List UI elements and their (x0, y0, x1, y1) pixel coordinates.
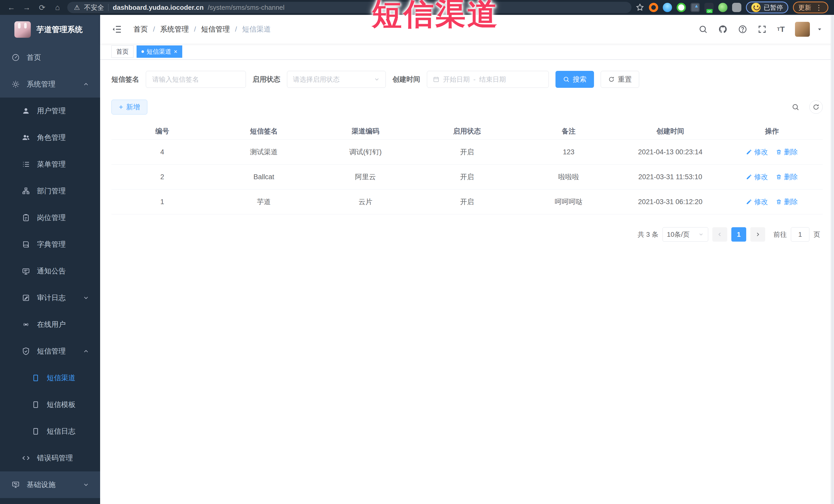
trash-icon (776, 199, 782, 205)
sidebar-item-positions[interactable]: 岗位管理 (0, 204, 100, 231)
edit-link[interactable]: 修改 (746, 197, 768, 206)
font-size-icon[interactable]: TT (777, 25, 785, 34)
sidebar-item-label: 角色管理 (37, 133, 66, 143)
profile-chip[interactable]: 已暂停 (746, 2, 788, 13)
chevron-down-icon[interactable] (816, 26, 823, 32)
data-table: 编号 短信签名 渠道编码 启用状态 备注 创建时间 操作 4 测试渠道 调试(钉… (111, 123, 823, 214)
sidebar: 芋道管理系统 首页 系统管理 用户管理 角色管理 菜单管理 (0, 15, 100, 504)
help-icon[interactable] (738, 25, 747, 34)
sidebar-item-audit-log[interactable]: 审计日志 (0, 284, 100, 311)
avatar[interactable] (795, 22, 810, 37)
gear-icon (11, 80, 20, 89)
delete-link[interactable]: 删除 (776, 197, 798, 206)
sidebar-item-label: 短信日志 (47, 426, 75, 436)
sidebar-item-label: 字典管理 (37, 240, 66, 249)
infrastructure-icon (11, 480, 20, 489)
sidebar-item-system[interactable]: 系统管理 (0, 71, 100, 97)
start-date-placeholder: 开始日期 (443, 75, 470, 84)
extension-icon-green-ring[interactable] (677, 3, 686, 12)
cell-id: 2 (111, 173, 213, 181)
url-host[interactable]: dashboard.yudao.iocoder.cn (113, 4, 203, 12)
sidebar-item-label: 系统管理 (27, 79, 56, 89)
cell-remark: 123 (518, 148, 619, 156)
more-icon[interactable]: ⋮ (815, 3, 823, 12)
reload-icon[interactable]: ⟳ (37, 2, 48, 13)
extension-icon-dark[interactable]: on (704, 3, 714, 12)
table-row: 1 芋道 云片 开启 呵呵呵哒 2021-03-31 06:12:20 修改 删… (111, 190, 823, 214)
back-icon[interactable]: ← (6, 2, 17, 13)
prev-page-button[interactable] (712, 227, 727, 242)
update-button[interactable]: 更新 ⋮ (793, 2, 828, 13)
tab-label: 短信渠道 (147, 47, 171, 56)
date-range-picker[interactable]: 开始日期 - 结束日期 (427, 71, 549, 88)
search-button[interactable]: 搜索 (555, 71, 594, 88)
toggle-search-icon[interactable] (789, 101, 802, 114)
main-area: 首页 / 系统管理 / 短信管理 / 短信渠道 TT 首页 (100, 15, 834, 504)
status-select[interactable]: 请选择启用状态 (287, 71, 386, 88)
sidebar-item-infrastructure[interactable]: 基础设施 (0, 472, 100, 498)
refresh-table-icon[interactable] (809, 101, 823, 114)
cell-id: 1 (111, 198, 213, 206)
sidebar-item-home[interactable]: 首页 (0, 44, 100, 71)
sidebar-toggle-icon[interactable] (111, 24, 122, 35)
extension-icon-orange[interactable] (649, 3, 658, 12)
sidebar-item-departments[interactable]: 部门管理 (0, 178, 100, 204)
sidebar-item-users[interactable]: 用户管理 (0, 97, 100, 124)
pagination-total: 共 3 条 (638, 230, 658, 239)
extension-icon-grid[interactable]: ▲ (690, 3, 700, 12)
search-icon[interactable] (699, 25, 708, 34)
close-icon[interactable]: × (174, 48, 177, 55)
sidebar-item-sms-log[interactable]: 短信日志 (0, 418, 100, 445)
sidebar-item-dict[interactable]: 字典管理 (0, 231, 100, 258)
divider (108, 4, 109, 11)
col-code: 渠道编码 (315, 127, 416, 136)
github-icon[interactable] (718, 24, 728, 34)
chevron-down-icon (374, 76, 380, 82)
sidebar-item-sms-template[interactable]: 短信模板 (0, 391, 100, 418)
bookmark-star-icon[interactable] (636, 3, 644, 12)
breadcrumb-home[interactable]: 首页 (133, 24, 148, 34)
cell-code: 阿里云 (315, 172, 416, 181)
end-date-placeholder: 结束日期 (479, 75, 506, 84)
sidebar-item-label: 岗位管理 (37, 213, 66, 223)
plus-icon: + (119, 104, 123, 111)
address-bar[interactable]: ⚠ 不安全 dashboard.yudao.iocoder.cn /system… (67, 2, 632, 13)
org-tree-icon (22, 187, 30, 195)
breadcrumb-system: 系统管理 (160, 24, 189, 34)
sign-input[interactable] (152, 75, 240, 84)
sidebar-item-menus[interactable]: 菜单管理 (0, 151, 100, 178)
edit-link[interactable]: 修改 (746, 147, 768, 157)
browser-home-icon[interactable]: ⌂ (52, 2, 63, 13)
security-label[interactable]: 不安全 (84, 3, 104, 12)
sidebar-item-sms-channel[interactable]: 短信渠道 (0, 365, 100, 391)
forward-icon[interactable]: → (21, 2, 32, 13)
cell-create-time: 2021-03-31 06:12:20 (619, 198, 721, 206)
sidebar-item-online-users[interactable]: 在线用户 (0, 311, 100, 338)
extension-icon-leaf[interactable] (718, 3, 727, 12)
delete-link[interactable]: 删除 (776, 147, 798, 157)
extension-icon-blue[interactable] (663, 3, 672, 12)
page-number-button[interactable]: 1 (731, 227, 746, 242)
tab-sms-channel[interactable]: 短信渠道 × (136, 45, 182, 58)
tab-home[interactable]: 首页 (111, 45, 133, 58)
cell-create-time: 2021-03-31 11:53:10 (619, 173, 721, 181)
next-page-button[interactable] (750, 227, 765, 242)
sidebar-item-error-code[interactable]: 错误码管理 (0, 445, 100, 472)
add-button[interactable]: + 新增 (111, 100, 147, 114)
sidebar-item-sms[interactable]: 短信管理 (0, 338, 100, 365)
cell-remark: 啦啦啦 (518, 172, 619, 181)
page-size-select[interactable]: 10条/页 (662, 227, 708, 242)
reset-button-label: 重置 (618, 75, 632, 84)
scrollbar-thumb[interactable] (831, 16, 834, 504)
url-path[interactable]: /system/sms/sms-channel (208, 4, 284, 12)
goto-page-input[interactable] (791, 227, 809, 242)
scrollbar[interactable] (831, 15, 834, 504)
reset-button[interactable]: 重置 (601, 71, 639, 88)
puzzle-icon[interactable] (732, 3, 741, 12)
app-logo[interactable]: 芋道管理系统 (0, 15, 100, 44)
fullscreen-icon[interactable] (758, 25, 767, 34)
delete-link[interactable]: 删除 (776, 172, 798, 181)
sidebar-item-roles[interactable]: 角色管理 (0, 124, 100, 151)
edit-link[interactable]: 修改 (746, 172, 768, 181)
sidebar-item-notice[interactable]: 通知公告 (0, 258, 100, 284)
